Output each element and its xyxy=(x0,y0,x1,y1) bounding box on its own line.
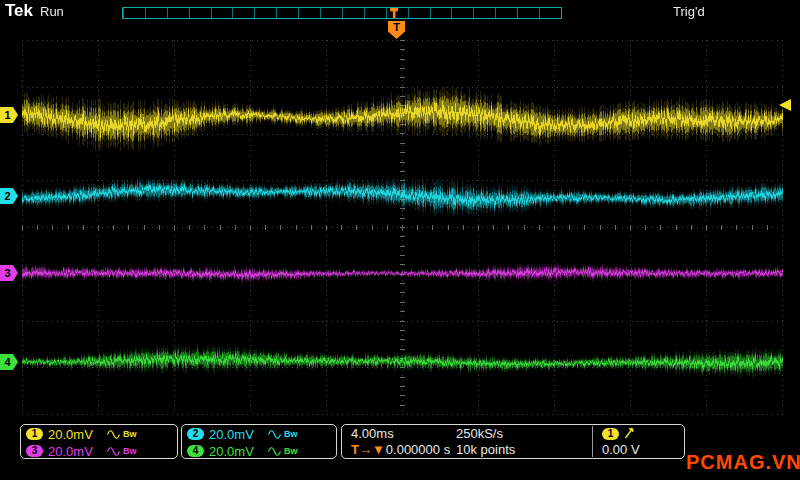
trigger-position-prefix-icon: T→▼ xyxy=(351,442,385,457)
ch1-scale: 20.0mV xyxy=(48,427,102,442)
trigger-slope-icon xyxy=(624,426,635,439)
ch2-scale: 20.0mV xyxy=(209,427,263,442)
horizontal-readout: 4.00ms T→▼ 0.000000 s xyxy=(351,426,453,457)
ch3-badge: 3 xyxy=(26,445,43,457)
trigger-source-badge: 1 xyxy=(602,428,619,440)
trigger-readout: 1 0.00 V xyxy=(592,426,686,457)
ch3-scale: 20.0mV xyxy=(48,444,102,459)
ch4-scale: 20.0mV xyxy=(209,444,263,459)
trigger-position-value: 0.000000 s xyxy=(386,442,450,457)
readout-bar: 1 20.0mV Bw 3 20.0mV Bw 2 20.0mV xyxy=(0,420,800,480)
acquisition-state: Run xyxy=(40,4,64,19)
horizontal-scale: 4.00ms xyxy=(351,426,453,442)
ch2-ch4-readout-box: 2 20.0mV Bw 4 20.0mV Bw xyxy=(181,424,337,459)
ch4-badge: 4 xyxy=(187,445,204,457)
record-length: 10k points xyxy=(456,442,566,457)
watermark: PCMAG.VN xyxy=(686,451,800,474)
ch1-badge: 1 xyxy=(26,428,43,440)
trigger-level-marker[interactable] xyxy=(779,99,791,111)
ch3-bandwidth-icon: Bw xyxy=(123,446,137,456)
ch4-readout: 4 20.0mV Bw xyxy=(182,443,336,459)
horizontal-trigger-readout-box: 4.00ms T→▼ 0.000000 s 250kS/s 10k points… xyxy=(341,424,685,459)
ch1-ch3-readout-box: 1 20.0mV Bw 3 20.0mV Bw xyxy=(20,424,178,459)
ch4-bandwidth-icon: Bw xyxy=(284,446,298,456)
acquisition-readout: 250kS/s 10k points xyxy=(456,426,566,457)
trigger-level-value: 0.00 V xyxy=(602,442,686,457)
ch2-coupling-icon xyxy=(268,430,281,439)
sample-rate: 250kS/s xyxy=(456,426,566,442)
ch1-readout: 1 20.0mV Bw xyxy=(21,426,177,442)
status-bar: Tek Run Trig'd xyxy=(0,0,800,22)
ch2-badge: 2 xyxy=(187,428,204,440)
ch2-bandwidth-icon: Bw xyxy=(284,429,298,439)
oscilloscope-screen: Tek Run Trig'd T 1234 1 20.0mV Bw 3 20.0… xyxy=(0,0,800,480)
ch3-coupling-icon xyxy=(107,447,120,456)
tek-logo: Tek xyxy=(5,1,33,21)
ch1-bandwidth-icon: Bw xyxy=(123,429,137,439)
ch1-coupling-icon xyxy=(107,430,120,439)
trigger-position-tick[interactable] xyxy=(390,8,398,18)
trigger-position-readout: T→▼ 0.000000 s xyxy=(351,442,453,457)
ch3-readout: 3 20.0mV Bw xyxy=(21,443,177,459)
trigger-status: Trig'd xyxy=(673,4,705,19)
waveform-display xyxy=(0,0,800,420)
ch4-coupling-icon xyxy=(268,447,281,456)
acquisition-position-bar xyxy=(122,7,562,19)
ch2-readout: 2 20.0mV Bw xyxy=(182,426,336,442)
